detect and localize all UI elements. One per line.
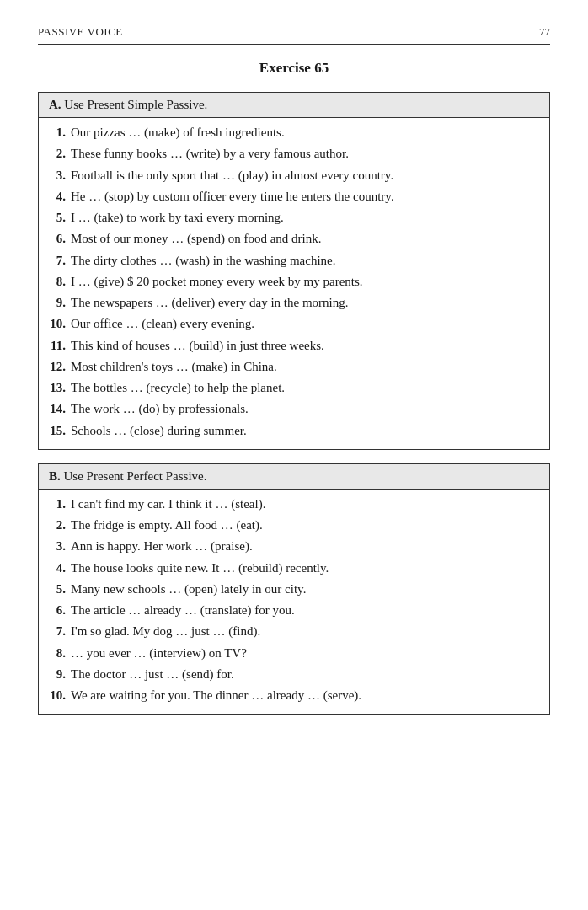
item-number: 4.: [47, 187, 71, 206]
list-item: 8.… you ever … (interview) on TV?: [47, 644, 541, 663]
section-a-items: 1.Our pizzas … (make) of fresh ingredien…: [39, 118, 549, 449]
item-text: He … (stop) by custom officer every time…: [71, 187, 541, 206]
list-item: 4.He … (stop) by custom officer every ti…: [47, 187, 541, 206]
item-number: 2.: [47, 516, 71, 535]
section-b-label: B.: [49, 469, 61, 483]
item-text: I can't find my car. I think it … (steal…: [71, 495, 541, 514]
section-b-instruction: Use Present Perfect Passive.: [64, 469, 207, 483]
item-number: 8.: [47, 272, 71, 292]
item-number: 12.: [47, 357, 71, 377]
header-title: PASSIVE VOICE: [38, 25, 123, 39]
item-number: 1.: [47, 123, 71, 142]
section-a-header: A. Use Present Simple Passive.: [39, 93, 549, 118]
item-number: 4.: [47, 559, 71, 578]
item-number: 3.: [47, 537, 71, 556]
item-number: 7.: [47, 622, 71, 641]
list-item: 6.The article … already … (translate) fo…: [47, 601, 541, 620]
item-text: Most children's toys … (make) in China.: [71, 357, 541, 377]
item-number: 5.: [47, 208, 71, 228]
list-item: 5.Many new schools … (open) lately in ou…: [47, 580, 541, 599]
section-a: A. Use Present Simple Passive. 1.Our piz…: [38, 92, 550, 450]
item-text: … you ever … (interview) on TV?: [71, 644, 541, 663]
item-number: 15.: [47, 421, 71, 441]
list-item: 10.Our office … (clean) every evening.: [47, 314, 541, 334]
item-text: The newspapers … (deliver) every day in …: [71, 293, 541, 313]
item-number: 2.: [47, 144, 71, 163]
item-text: I … (take) to work by taxi every morning…: [71, 208, 541, 228]
list-item: 14.The work … (do) by professionals.: [47, 399, 541, 419]
list-item: 2.These funny books … (write) by a very …: [47, 144, 541, 163]
list-item: 10.We are waiting for you. The dinner … …: [47, 686, 541, 705]
item-text: The article … already … (translate) for …: [71, 601, 541, 620]
list-item: 11.This kind of houses … (build) in just…: [47, 336, 541, 356]
list-item: 3.Ann is happy. Her work … (praise).: [47, 537, 541, 556]
section-a-instruction: Use Present Simple Passive.: [64, 98, 207, 111]
list-item: 7.I'm so glad. My dog … just … (find).: [47, 622, 541, 641]
section-b-items: 1.I can't find my car. I think it … (ste…: [39, 490, 549, 715]
page-header: PASSIVE VOICE 77: [38, 25, 550, 45]
item-number: 6.: [47, 229, 71, 249]
list-item: 13.The bottles … (recycle) to help the p…: [47, 378, 541, 398]
list-item: 3.Football is the only sport that … (pla…: [47, 166, 541, 185]
item-number: 7.: [47, 251, 71, 270]
list-item: 6.Most of our money … (spend) on food an…: [47, 229, 541, 249]
list-item: 1.Our pizzas … (make) of fresh ingredien…: [47, 123, 541, 142]
item-number: 3.: [47, 166, 71, 185]
list-item: 12.Most children's toys … (make) in Chin…: [47, 357, 541, 377]
item-text: Football is the only sport that … (play)…: [71, 166, 541, 185]
list-item: 8.I … (give) $ 20 pocket money every wee…: [47, 272, 541, 292]
list-item: 4.The house looks quite new. It … (rebui…: [47, 559, 541, 578]
list-item: 9.The newspapers … (deliver) every day i…: [47, 293, 541, 313]
item-text: Ann is happy. Her work … (praise).: [71, 537, 541, 556]
item-text: Many new schools … (open) lately in our …: [71, 580, 541, 599]
exercise-title: Exercise 65: [38, 60, 550, 77]
item-text: We are waiting for you. The dinner … alr…: [71, 686, 541, 705]
list-item: 1.I can't find my car. I think it … (ste…: [47, 495, 541, 514]
section-b-header: B. Use Present Perfect Passive.: [39, 464, 549, 490]
item-number: 10.: [47, 686, 71, 705]
item-number: 13.: [47, 378, 71, 398]
item-number: 8.: [47, 644, 71, 663]
item-number: 5.: [47, 580, 71, 599]
item-text: This kind of houses … (build) in just th…: [71, 336, 541, 356]
item-text: Our pizzas … (make) of fresh ingredients…: [71, 123, 541, 142]
item-number: 9.: [47, 293, 71, 313]
item-text: Most of our money … (spend) on food and …: [71, 229, 541, 249]
page: PASSIVE VOICE 77 Exercise 65 A. Use Pres…: [0, 0, 588, 910]
item-text: I'm so glad. My dog … just … (find).: [71, 622, 541, 641]
item-text: These funny books … (write) by a very fa…: [71, 144, 541, 163]
item-number: 6.: [47, 601, 71, 620]
item-text: The bottles … (recycle) to help the plan…: [71, 378, 541, 398]
item-number: 11.: [47, 336, 71, 356]
list-item: 5.I … (take) to work by taxi every morni…: [47, 208, 541, 228]
item-number: 14.: [47, 399, 71, 419]
item-text: The house looks quite new. It … (rebuild…: [71, 559, 541, 578]
item-number: 10.: [47, 314, 71, 334]
section-b: B. Use Present Perfect Passive. 1.I can'…: [38, 463, 550, 715]
item-number: 1.: [47, 495, 71, 514]
item-text: The doctor … just … (send) for.: [71, 665, 541, 684]
item-text: I … (give) $ 20 pocket money every week …: [71, 272, 541, 292]
list-item: 9.The doctor … just … (send) for.: [47, 665, 541, 684]
page-number: 77: [539, 25, 550, 39]
section-a-label: A.: [49, 98, 61, 111]
list-item: 7.The dirty clothes … (wash) in the wash…: [47, 251, 541, 270]
item-text: Schools … (close) during summer.: [71, 421, 541, 441]
list-item: 15.Schools … (close) during summer.: [47, 421, 541, 441]
item-text: The work … (do) by professionals.: [71, 399, 541, 419]
item-text: The dirty clothes … (wash) in the washin…: [71, 251, 541, 270]
item-number: 9.: [47, 665, 71, 684]
list-item: 2.The fridge is empty. All food … (eat).: [47, 516, 541, 535]
item-text: The fridge is empty. All food … (eat).: [71, 516, 541, 535]
item-text: Our office … (clean) every evening.: [71, 314, 541, 334]
